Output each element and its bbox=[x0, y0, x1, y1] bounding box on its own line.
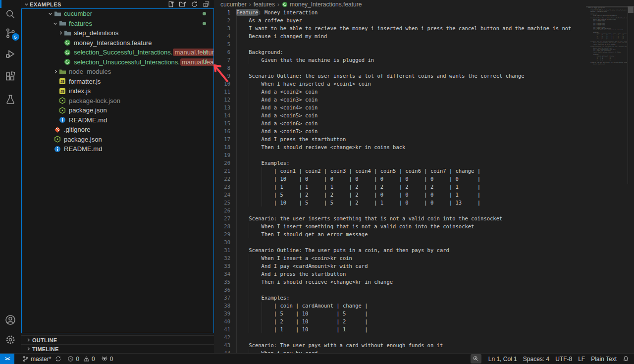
code-line[interactable]: 3 I want to be able to recieve the money… bbox=[214, 24, 634, 32]
tree-item-money-interactions-feature[interactable]: money_Interactions.feature bbox=[22, 38, 213, 48]
code-line[interactable]: 40 | 2 | 10 | 2 | bbox=[214, 317, 634, 325]
encoding-status[interactable]: UTF-8 bbox=[552, 354, 575, 364]
problems-status[interactable]: 0 0 bbox=[64, 354, 98, 364]
chevron-right-icon[interactable] bbox=[56, 32, 63, 34]
code-line[interactable]: 2 As a coffee buyer bbox=[214, 16, 634, 24]
indentation-status[interactable]: Spaces: 4 bbox=[520, 354, 552, 364]
code-line[interactable]: 42 bbox=[214, 333, 634, 341]
code-line[interactable]: 31 Scenario Outline: The user puts in a … bbox=[214, 246, 634, 254]
code-line[interactable]: 9 Scenario Outline: the user inserts a l… bbox=[214, 72, 634, 80]
line-number: 38 bbox=[214, 302, 230, 310]
code-line[interactable]: 36 bbox=[214, 286, 634, 294]
code-line[interactable]: 7 Given that the machine is plugged in bbox=[214, 56, 634, 64]
minimap[interactable]: Feature: Money interaction As a coffee b… bbox=[586, 6, 634, 353]
tree-item-step-definitions[interactable]: step_definitions bbox=[22, 28, 213, 38]
language-mode-status[interactable]: Plain Text bbox=[588, 354, 620, 364]
settings-gear-icon[interactable] bbox=[0, 333, 21, 346]
minimap-slider[interactable] bbox=[628, 6, 634, 13]
code-line[interactable]: 24 | 5 | 2 | 2 | 2 | 0 | 0 | 0 | 1 | bbox=[214, 191, 634, 199]
code-line[interactable]: 41 | 1 | 10 | 1 | bbox=[214, 325, 634, 333]
notifications-bell-icon[interactable] bbox=[620, 354, 634, 364]
tree-item-package-lock-json[interactable]: package-lock.json bbox=[22, 96, 213, 106]
tree-item-node-modules[interactable]: node_modules bbox=[22, 67, 213, 77]
breadcrumb-file[interactable]: money_Interactions.feature bbox=[282, 1, 362, 8]
code-line[interactable]: 32 When I insert a <coin>kr coin bbox=[214, 254, 634, 262]
code-line[interactable]: 10 When I have inserted a <coin1> coin bbox=[214, 80, 634, 88]
chevron-down-icon[interactable] bbox=[47, 13, 53, 14]
chevron-down-icon[interactable] bbox=[52, 23, 58, 24]
folder-node-icon bbox=[58, 68, 66, 75]
tree-item-cucumber[interactable]: cucumber bbox=[22, 9, 213, 19]
code-line[interactable]: 29 Then I should get an error message bbox=[214, 230, 634, 238]
zoom-tool-icon[interactable] bbox=[471, 354, 481, 364]
code-line[interactable]: 38 | coin | cardAmount | change | bbox=[214, 302, 634, 310]
tree-item-formatter-js[interactable]: JSformatter.js bbox=[22, 77, 213, 87]
indent-guide bbox=[249, 104, 249, 111]
eol-status[interactable]: LF bbox=[575, 354, 588, 364]
code-line[interactable]: 21 | coin1 | coin2 | coin3 | coin4 | coi… bbox=[214, 167, 634, 175]
tree-item-readme-md[interactable]: README.md bbox=[22, 144, 213, 154]
code-line[interactable]: 16 And a <coin7> coin bbox=[214, 127, 634, 135]
ports-status[interactable]: 0 bbox=[98, 354, 116, 364]
file-tree[interactable]: cucumberfeaturesstep_definitionsmoney_In… bbox=[21, 8, 214, 333]
code-line[interactable]: 34 And i press the startbutton bbox=[214, 270, 634, 278]
code-line[interactable]: 13 And a <coin4> coin bbox=[214, 104, 634, 111]
code-line[interactable]: 27 Scenario: the user inserts something … bbox=[214, 214, 634, 222]
code-line[interactable]: 39 | 5 | 10 | 5 | bbox=[214, 310, 634, 317]
breadcrumb-folder[interactable]: cucumber bbox=[220, 1, 247, 8]
tree-item--gitignore[interactable]: .gitignore bbox=[22, 125, 213, 135]
testing-icon[interactable] bbox=[0, 93, 21, 106]
refresh-icon[interactable] bbox=[190, 0, 198, 8]
tree-item-package-json[interactable]: package.json bbox=[22, 105, 213, 115]
tree-item-readme-md[interactable]: README.md bbox=[22, 115, 213, 125]
cursor-position-status[interactable]: Ln 1, Col 1 bbox=[485, 354, 520, 364]
code-line[interactable]: 11 And a <coin2> coin bbox=[214, 88, 634, 96]
breadcrumb[interactable]: cucumber › features › money_Interactions… bbox=[214, 0, 634, 8]
code-line[interactable]: 23 | 1 | 1 | 1 | 2 | 2 | 2 | 2 | 1 | bbox=[214, 183, 634, 191]
code-line[interactable]: 15 And a <coin6> coin bbox=[214, 119, 634, 127]
code-line[interactable]: 25 | 10 | 5 | 5 | 2 | 1 | 0 | 0 | 13 | bbox=[214, 199, 634, 207]
source-control-icon[interactable]: 5 bbox=[0, 27, 21, 40]
tree-item-index-js[interactable]: JSindex.js bbox=[22, 86, 213, 96]
breadcrumb-folder[interactable]: features bbox=[254, 1, 275, 8]
code-line[interactable]: 18 Then i should recieve <change>kr in c… bbox=[214, 143, 634, 151]
code-editor[interactable]: 1Feature: Money interaction2 As a coffee… bbox=[214, 8, 634, 353]
account-icon[interactable] bbox=[0, 313, 21, 326]
new-file-icon[interactable] bbox=[166, 0, 174, 8]
code-line[interactable]: 4 Because i changed my mind bbox=[214, 32, 634, 40]
code-line[interactable]: 35 Then i should recieve <change>kr in c… bbox=[214, 278, 634, 286]
chevron-right-icon[interactable] bbox=[52, 70, 58, 73]
remote-indicator[interactable]: >< bbox=[0, 354, 14, 364]
code-line[interactable]: 14 And a <coin5> coin bbox=[214, 111, 634, 119]
code-line[interactable]: 12 And a <coin3> coin bbox=[214, 96, 634, 104]
collapse-all-icon[interactable] bbox=[202, 0, 210, 8]
code-line[interactable]: 6 Background: bbox=[214, 48, 634, 56]
tree-item-selection-unsuccessful-interactions-[interactable]: selection_Unsuccessful_Interactions.manu… bbox=[22, 57, 213, 67]
code-line[interactable]: 37 Examples: bbox=[214, 294, 634, 302]
tree-item-features[interactable]: features bbox=[22, 19, 213, 29]
git-branch-status[interactable]: master* bbox=[19, 354, 64, 364]
run-debug-icon[interactable] bbox=[0, 48, 21, 60]
code-line[interactable]: 43 Scenario: The user pays with a card w… bbox=[214, 341, 634, 349]
tree-item-package-json[interactable]: package.json bbox=[22, 135, 213, 145]
code-line[interactable]: 19 bbox=[214, 151, 634, 159]
new-folder-icon[interactable] bbox=[178, 0, 186, 8]
timeline-panel-header[interactable]: TIMELINE bbox=[21, 344, 214, 353]
extensions-icon[interactable] bbox=[0, 70, 21, 83]
code-line[interactable]: 8 bbox=[214, 64, 634, 72]
search-icon[interactable] bbox=[0, 8, 21, 21]
code-line[interactable]: 20 Examples: bbox=[214, 159, 634, 167]
code-line[interactable]: 26 bbox=[214, 207, 634, 214]
code-line[interactable]: 28 When I insert something that is not a… bbox=[214, 222, 634, 230]
code-line[interactable]: 1Feature: Money interaction bbox=[214, 8, 634, 16]
code-line[interactable]: 33 And I pay <cardAmount>kr with card bbox=[214, 262, 634, 270]
explorer-header[interactable]: EXAMPLES bbox=[21, 0, 214, 8]
code-line[interactable]: 17 And I press the startbutton bbox=[214, 135, 634, 143]
outline-panel-header[interactable]: OUTLINE bbox=[21, 335, 214, 344]
code-line[interactable]: 5 bbox=[214, 40, 634, 48]
code-line[interactable]: 30 bbox=[214, 238, 634, 246]
code-line[interactable]: 44 When i pay by card bbox=[214, 349, 634, 353]
code-line[interactable]: 22 | 10 | 0 | 0 | 0 | 0 | 0 | 0 | 0 | bbox=[214, 175, 634, 183]
indent-guide bbox=[249, 278, 249, 286]
tree-item-selection-successful-interactions-[interactable]: selection_Successful_Interactions.manual… bbox=[22, 48, 213, 57]
